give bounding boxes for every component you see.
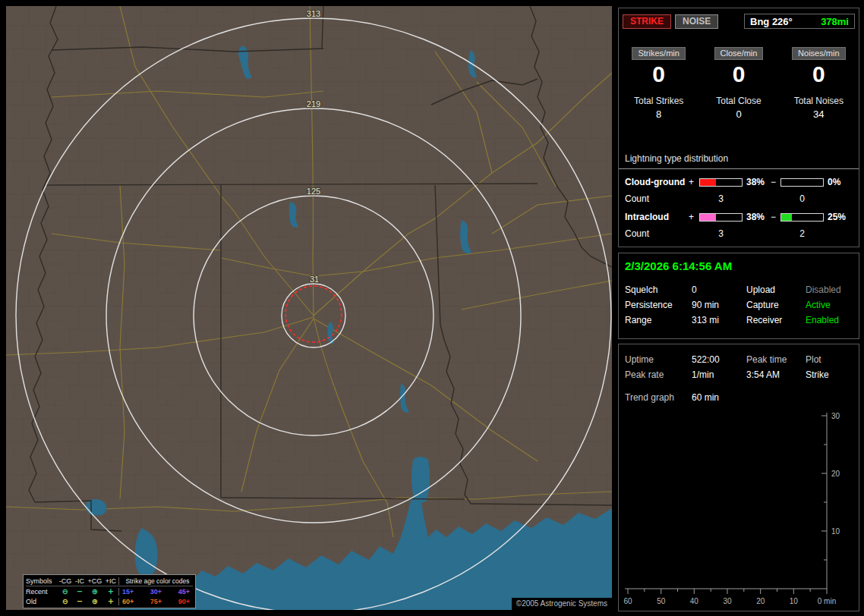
- total-noises-label: Total Noises: [779, 96, 859, 106]
- legend-col-pos-ic: +IC: [103, 578, 118, 585]
- cg-negative-bar: [780, 178, 824, 187]
- intracloud-row: Intracloud + 38% − 25%: [619, 212, 859, 222]
- strike-mode-button[interactable]: STRIKE: [623, 14, 671, 29]
- x-tick-0-min: 0 min: [818, 597, 836, 605]
- capture-label: Capture: [746, 297, 806, 313]
- strikes-per-min-header: Strikes/min: [632, 47, 685, 60]
- persistence-label: Persistence: [625, 297, 692, 313]
- minus-icon: −: [73, 598, 87, 605]
- x-tick-50: 50: [657, 597, 666, 605]
- ic-negative-bar: [780, 213, 824, 222]
- trend-graph-window: 60 min: [692, 390, 746, 405]
- cloud-ground-row: Cloud-ground + 38% − 0%: [619, 177, 859, 187]
- minus-sign: −: [771, 212, 780, 222]
- y-tick-10: 10: [831, 527, 840, 536]
- strikes-per-min-column: Strikes/min 0 Total Strikes 8: [619, 46, 698, 120]
- upload-label: Upload: [746, 282, 806, 297]
- legend-recent-ages: 15+ 30+ 45+: [118, 588, 193, 596]
- trend-row-2: Peak rate 1/min 3:54 AM Strike: [619, 367, 859, 382]
- x-tick-60: 60: [623, 597, 632, 605]
- datetime-display: 2/3/2026 6:14:56 AM: [619, 253, 859, 273]
- range-value: 313 mi: [692, 313, 746, 328]
- legend-old-row: Old ⊖ − ⊕ + 60+ 75+ 90+: [26, 596, 193, 606]
- copyright-text: ©2005 Astrogenic Systems: [512, 598, 612, 610]
- ic-positive-count: 3: [699, 228, 743, 239]
- ring-label-31: 31: [310, 275, 319, 284]
- status-row-persistence: Persistence 90 min Capture Active: [619, 297, 859, 313]
- cg-positive-count: 3: [699, 193, 743, 204]
- cg-positive-bar: [699, 178, 743, 187]
- plot-label: Plot: [806, 352, 859, 367]
- x-tick-30: 30: [723, 597, 732, 605]
- status-grid: Squelch 0 Upload Disabled Persistence 90…: [619, 282, 859, 328]
- upload-status: Disabled: [806, 282, 859, 297]
- close-per-min-value: 0: [698, 61, 778, 86]
- ring-label-219: 219: [307, 99, 320, 108]
- minus-icon: −: [73, 588, 87, 596]
- ic-negative-count: 2: [780, 228, 824, 239]
- total-noises-value: 34: [779, 108, 859, 120]
- age-45: 45+: [178, 588, 190, 596]
- ring-label-313: 313: [307, 9, 320, 18]
- squelch-label: Squelch: [625, 282, 692, 297]
- noises-per-min-column: Noises/min 0 Total Noises 34: [779, 46, 859, 120]
- age-60: 60+: [122, 598, 134, 605]
- ic-positive-bar: [699, 213, 743, 222]
- age-30: 30+: [150, 588, 162, 596]
- plus-icon: +: [103, 598, 118, 605]
- trend-graph-row: Trend graph 60 min: [619, 390, 859, 405]
- status-row-range: Range 313 mi Receiver Enabled: [619, 313, 859, 328]
- x-tick-10: 10: [790, 597, 799, 605]
- cg-positive-bar-fill: [700, 179, 716, 186]
- uptime-value: 522:00: [692, 352, 746, 367]
- legend-header-row: Symbols -CG -IC +CG +IC Strike age color…: [26, 577, 193, 586]
- x-tick-40: 40: [690, 597, 699, 605]
- strikes-per-min-value: 0: [619, 61, 698, 86]
- legend-col-neg-cg: -CG: [58, 578, 73, 585]
- uptime-label: Uptime: [625, 352, 692, 367]
- y-axis-labels: 30 20 10: [831, 412, 840, 536]
- peak-time-value: 3:54 AM: [746, 367, 806, 382]
- cg-negative-pct: 0%: [824, 177, 859, 187]
- close-per-min-column: Close/min 0 Total Close 0: [698, 46, 778, 120]
- age-15: 15+: [122, 588, 134, 596]
- total-close-value: 0: [698, 108, 778, 120]
- status-panel: 2/3/2026 6:14:56 AM Squelch 0 Upload Dis…: [618, 253, 859, 339]
- mode-toolbar: STRIKE NOISE Bng 226° 378mi: [619, 8, 859, 29]
- persistence-value: 90 min: [692, 297, 746, 313]
- trend-graph-chart: 30 20 10 60 50 40 30 20 10 0 min: [620, 410, 860, 608]
- total-strikes-value: 8: [619, 108, 698, 120]
- ring-label-125: 125: [307, 187, 320, 196]
- trend-row-1: Uptime 522:00 Peak time Plot: [619, 352, 859, 367]
- close-per-min-header: Close/min: [714, 47, 764, 60]
- y-tick-30: 30: [831, 412, 840, 420]
- distribution-title: Lightning type distribution: [619, 153, 859, 169]
- plus-sign: +: [689, 212, 699, 222]
- total-strikes-label: Total Strikes: [619, 96, 698, 106]
- circle-plus-icon: ⊕: [87, 598, 103, 605]
- bearing-label: Bng 226°: [750, 16, 793, 27]
- plot-value: Strike: [806, 367, 859, 382]
- circle-minus-icon: ⊖: [58, 598, 73, 605]
- bearing-range: 378mi: [821, 16, 849, 27]
- rate-counters: Strikes/min 0 Total Strikes 8 Close/min …: [619, 46, 859, 120]
- ic-negative-bar-fill: [781, 214, 792, 221]
- legend-recent-label: Recent: [26, 588, 58, 596]
- noise-mode-button[interactable]: NOISE: [675, 14, 718, 29]
- map-panel: 313 219 125 31 Symbols -CG -IC +CG +IC S…: [6, 6, 612, 610]
- strike-stats-panel: STRIKE NOISE Bng 226° 378mi Strikes/min …: [618, 8, 859, 247]
- range-label: Range: [625, 313, 692, 328]
- legend-symbols-header: Symbols: [26, 577, 58, 585]
- peak-rate-value: 1/min: [692, 367, 746, 382]
- total-close-label: Total Close: [698, 96, 778, 106]
- trend-panel: Uptime 522:00 Peak time Plot Peak rate 1…: [618, 344, 859, 611]
- squelch-value: 0: [692, 282, 746, 297]
- bearing-display: Bng 226° 378mi: [744, 14, 855, 29]
- intracloud-label: Intracloud: [625, 212, 689, 222]
- legend-recent-row: Recent ⊖ − ⊕ + 15+ 30+ 45+: [26, 586, 193, 596]
- cg-positive-pct: 38%: [743, 177, 771, 187]
- chart-axes: [625, 413, 827, 594]
- legend-col-pos-cg: +CG: [87, 578, 103, 585]
- ic-positive-bar-fill: [700, 214, 716, 221]
- minus-sign: −: [771, 177, 780, 187]
